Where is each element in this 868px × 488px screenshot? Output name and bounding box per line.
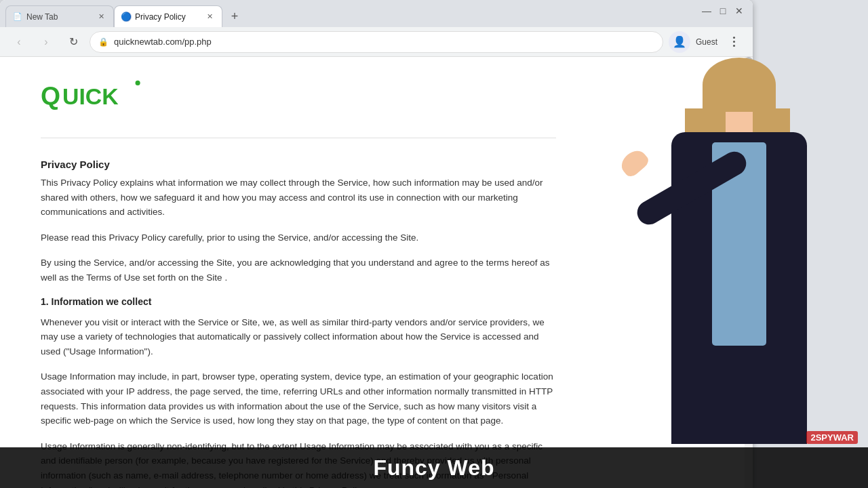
close-button[interactable]: ✕ (734, 5, 745, 16)
lock-icon: 🔒 (98, 37, 108, 47)
back-icon: ‹ (17, 36, 20, 48)
back-button[interactable]: ‹ (8, 31, 30, 53)
profile-label: Guest (696, 37, 717, 47)
tabs-row: 📄 New Tab ✕ 🔵 Privacy Policy ✕ + (0, 0, 244, 27)
content-area: Privacy Policy This Privacy Policy expla… (41, 159, 556, 488)
scrollbar-thumb[interactable] (745, 57, 753, 91)
svg-point-2 (136, 81, 140, 85)
menu-dot-3 (733, 45, 735, 47)
tab-new-tab[interactable]: 📄 New Tab ✕ (5, 5, 114, 27)
menu-dot-1 (733, 37, 735, 39)
desktop: 📄 New Tab ✕ 🔵 Privacy Policy ✕ + — (0, 0, 868, 488)
browser-menu-button[interactable] (723, 31, 745, 53)
new-tab-button[interactable]: + (225, 7, 244, 26)
menu-dot-2 (733, 41, 735, 43)
tab-label-1: New Tab (26, 12, 92, 22)
tab-close-1[interactable]: ✕ (96, 12, 106, 22)
address-bar[interactable]: 🔒 quicknewtab.com/pp.php (90, 31, 663, 53)
para3: Whenever you visit or interact with the … (41, 315, 556, 359)
maximize-button[interactable]: □ (717, 5, 728, 16)
logo-container: Q UICK (41, 77, 712, 117)
tab-favicon-1: 📄 (13, 12, 22, 22)
divider (41, 138, 556, 138)
para2: By using the Service, and/or accessing t… (41, 256, 556, 285)
svg-text:UICK: UICK (62, 83, 119, 109)
tab-close-2[interactable]: ✕ (204, 12, 215, 22)
profile-icon: 👤 (673, 35, 686, 48)
person-hair-right (753, 108, 790, 217)
profile-button[interactable]: 👤 (669, 31, 690, 53)
url-text: quicknewtab.com/pp.php (114, 37, 654, 47)
page-content[interactable]: Q UICK Privacy Policy This Privacy Polic… (0, 57, 753, 488)
bottom-banner: Funcy Web (0, 447, 868, 488)
tab-favicon-2: 🔵 (121, 12, 131, 22)
reload-button[interactable]: ↻ (62, 31, 84, 53)
para4: Usage Information may include, in part, … (41, 369, 556, 428)
scrollbar-track[interactable] (745, 57, 753, 488)
banner-text: Funcy Web (373, 455, 494, 481)
page-heading: Privacy Policy (41, 159, 556, 170)
quick-logo: Q UICK (41, 77, 149, 115)
section1-heading: 1. Information we collect (41, 296, 556, 307)
minimize-button[interactable]: — (701, 5, 712, 16)
intro-paragraph: This Privacy Policy explains what inform… (41, 176, 556, 220)
browser-window: 📄 New Tab ✕ 🔵 Privacy Policy ✕ + — (0, 0, 753, 488)
tab-label-2: Privacy Policy (135, 12, 200, 22)
tab-privacy-policy[interactable]: 🔵 Privacy Policy ✕ (114, 5, 222, 27)
window-controls: — □ ✕ (701, 5, 745, 16)
title-bar: 📄 New Tab ✕ 🔵 Privacy Policy ✕ + — (0, 0, 753, 27)
forward-button[interactable]: › (35, 31, 57, 53)
svg-text:Q: Q (41, 81, 60, 110)
para1: Please read this Privacy Policy carefull… (41, 230, 556, 245)
watermark: 2SPYWAR (806, 431, 858, 444)
reload-icon: ↻ (69, 35, 78, 48)
nav-bar: ‹ › ↻ 🔒 quicknewtab.com/pp.php 👤 Guest (0, 27, 753, 57)
forward-icon: › (44, 36, 47, 48)
